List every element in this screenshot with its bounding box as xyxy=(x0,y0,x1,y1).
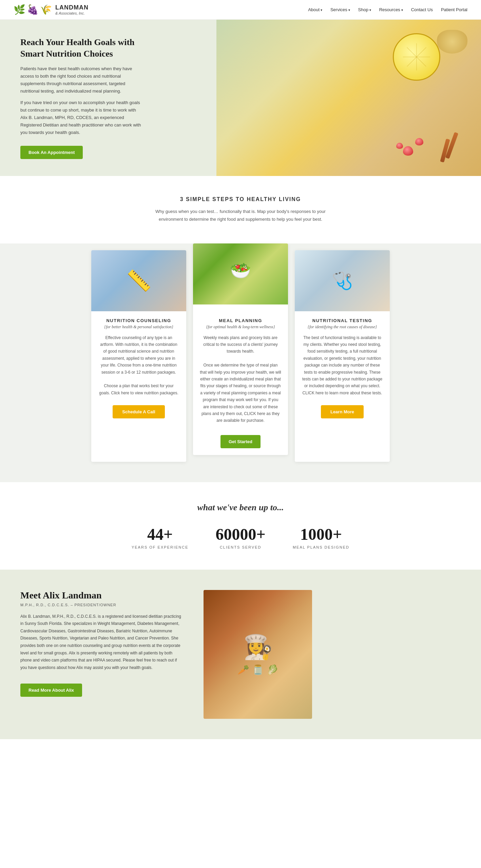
steps-title: 3 SIMPLE STEPS TO HEALTHY LIVING xyxy=(14,196,467,202)
nav-resources[interactable]: Resources xyxy=(379,7,403,12)
stat-experience-label: YEARS OF EXPERIENCE xyxy=(132,545,189,549)
nav-contact[interactable]: Contact Us xyxy=(411,7,433,12)
nav-about[interactable]: About xyxy=(308,7,322,12)
stat-clients: 60000+ CLIENTS SERVED xyxy=(216,526,266,549)
berry-2 xyxy=(415,138,423,145)
berry-3 xyxy=(396,143,403,149)
card-testing-image: 🩺 xyxy=(295,250,390,311)
stat-meals: 1000+ MEAL PLANS DESIGNED xyxy=(293,526,349,549)
read-more-alix-button[interactable]: Read More About Alix xyxy=(20,684,82,697)
get-started-button[interactable]: Get Started xyxy=(220,435,261,448)
navbar: 🌿 🍇 🌾 LANDMAN & Associates, Inc. About S… xyxy=(0,0,481,20)
stat-experience: 44+ YEARS OF EXPERIENCE xyxy=(132,526,189,549)
steps-section: 3 SIMPLE STEPS TO HEALTHY LIVING Why gue… xyxy=(0,176,481,243)
card-meal-subtitle: {for optimal health & long-term wellness… xyxy=(206,324,275,330)
card-nutrition-body: NUTRITION COUNSELING {for better health … xyxy=(91,311,186,462)
card-testing-body: NUTRITIONAL TESTING {for identifying the… xyxy=(295,311,390,462)
nutrition-icon: 📏 xyxy=(126,269,152,293)
alix-photo: 👩‍🍳 🥕 🫙 🥬 xyxy=(204,590,312,719)
hero-content: Reach Your Health Goals with Smart Nutri… xyxy=(0,20,163,176)
stats-grid: 44+ YEARS OF EXPERIENCE 60000+ CLIENTS S… xyxy=(14,526,467,549)
card-nutrition-text: Effective counseling of any type is an a… xyxy=(98,334,179,397)
card-testing-subtitle: {for identifying the root causes of dise… xyxy=(308,324,377,330)
stats-heading: what we've been up to... xyxy=(14,502,467,513)
alix-avatar: 👩‍🍳 xyxy=(243,633,273,661)
stat-meals-label: MEAL PLANS DESIGNED xyxy=(293,545,349,549)
card-nutrition-subtitle: {for better health & personal satisfacti… xyxy=(104,324,173,330)
meal-icon: 🥗 xyxy=(230,261,251,280)
card-nutrition-title: NUTRITION COUNSELING xyxy=(106,318,171,323)
testing-icon: 🩺 xyxy=(332,271,353,291)
card-meal-body: MEAL PLANNING {for optimal health & long… xyxy=(193,311,288,455)
card-testing-title: NUTRITIONAL TESTING xyxy=(312,318,372,323)
meet-section: Meet Alix Landman M.P.H., R.D., C.D.C.E.… xyxy=(0,570,481,739)
card-meal-planning: 🥗 MEAL PLANNING {for optimal health & lo… xyxy=(193,243,288,455)
book-appointment-button[interactable]: Book An Appointment xyxy=(20,146,83,159)
card-meal-text: Weekly meals plans and grocery lists are… xyxy=(200,334,281,424)
hero-food-image xyxy=(216,20,481,176)
hero-title: Reach Your Health Goals with Smart Nutri… xyxy=(20,37,142,60)
lemon-decoration xyxy=(393,33,440,81)
hero-background xyxy=(216,20,481,176)
card-nutrition-counseling: 📏 NUTRITION COUNSELING {for better healt… xyxy=(91,250,186,462)
brand-name: LANDMAN xyxy=(55,4,89,11)
nav-links: About Services Shop Resources Contact Us… xyxy=(308,7,467,12)
card-nutritional-testing: 🩺 NUTRITIONAL TESTING {for identifying t… xyxy=(295,250,390,462)
hero-para2: If you have tried on your own to accompl… xyxy=(20,99,142,136)
nav-services[interactable]: Services xyxy=(330,7,350,12)
logo-icons: 🌿 🍇 🌾 xyxy=(14,4,52,15)
hero-section: Reach Your Health Goals with Smart Nutri… xyxy=(0,20,481,176)
stats-section: what we've been up to... 44+ YEARS OF EX… xyxy=(0,482,481,570)
logo[interactable]: 🌿 🍇 🌾 LANDMAN & Associates, Inc. xyxy=(14,4,89,15)
brand-sub: & Associates, Inc. xyxy=(55,11,89,15)
meet-bio: Alix B. Landman, M.P.H., R.D., C.D.C.E.S… xyxy=(20,613,183,672)
stat-experience-number: 44+ xyxy=(132,526,189,542)
learn-more-button[interactable]: Learn More xyxy=(321,405,364,418)
stat-clients-label: CLIENTS SERVED xyxy=(216,545,266,549)
stat-clients-number: 60000+ xyxy=(216,526,266,542)
nav-shop[interactable]: Shop xyxy=(358,7,371,12)
meet-alix-image: 👩‍🍳 🥕 🫙 🥬 xyxy=(204,590,312,719)
food-items: 🥕 🫙 🥬 xyxy=(237,664,278,675)
logo-text: LANDMAN & Associates, Inc. xyxy=(55,4,89,15)
stat-meals-number: 1000+ xyxy=(293,526,349,542)
meet-title: Meet Alix Landman xyxy=(20,590,183,601)
steps-subtitle: Why guess when you can test… functionall… xyxy=(146,208,335,223)
hero-para1: Patients have their best health outcomes… xyxy=(20,65,142,95)
meet-credential: M.P.H., R.D., C.D.C.E.S. – PRESIDENT/OWN… xyxy=(20,603,183,607)
schedule-call-button[interactable]: Schedule A Call xyxy=(113,405,165,418)
card-meal-title: MEAL PLANNING xyxy=(219,318,262,323)
cards-container: 📏 NUTRITION COUNSELING {for better healt… xyxy=(0,243,481,482)
card-nutrition-image: 📏 xyxy=(91,250,186,311)
meet-content: Meet Alix Landman M.P.H., R.D., C.D.C.E.… xyxy=(20,590,183,697)
card-meal-image: 🥗 xyxy=(193,243,288,304)
berry-1 xyxy=(403,146,413,156)
card-testing-text: The best of functional testing is availa… xyxy=(302,334,383,397)
bowl-decoration xyxy=(437,30,467,54)
nav-portal[interactable]: Patient Portal xyxy=(441,7,467,12)
